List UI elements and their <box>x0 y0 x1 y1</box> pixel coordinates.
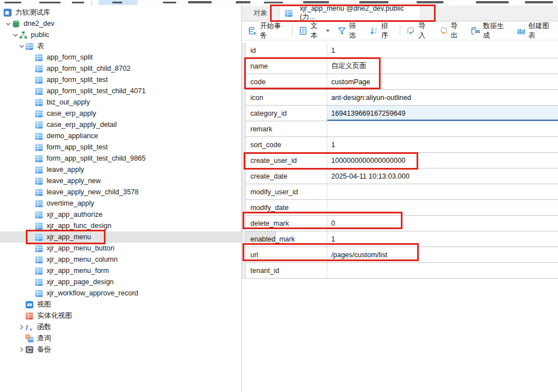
field-label: create_date <box>246 168 327 184</box>
expand-open-icon[interactable] <box>12 31 19 38</box>
field-label: category_id <box>246 106 327 121</box>
table-icon <box>35 132 43 140</box>
field-value[interactable]: /pages/custom/list <box>327 247 558 262</box>
tab-table-data[interactable]: xjr_app_menu @dne2_dev.public (力... <box>280 6 421 21</box>
tree-item-table-leave_apply_new_child_3578[interactable]: leave_apply_new_child_3578 <box>0 186 276 198</box>
tree-item-group-0[interactable]: 视图 <box>0 299 259 310</box>
tree-item-table-demo_appliance[interactable]: demo_appliance <box>0 130 276 142</box>
tree-item-group-3[interactable]: 查询 <box>0 332 259 344</box>
backup-icon <box>25 345 34 354</box>
tree-item-table-xjr_app_menu_form[interactable]: xjr_app_menu_form <box>0 265 276 276</box>
expand-closed-icon[interactable] <box>18 346 25 353</box>
field-row-url: url/pages/custom/list <box>246 247 558 263</box>
create-chart-button[interactable]: 创建图表 <box>513 24 558 38</box>
field-label: sort_code <box>246 137 327 152</box>
tree-item-table-case_erp_apply_detail[interactable]: case_erp_apply_detail <box>0 119 276 130</box>
tree-item-table-xjr_app_func_design[interactable]: xjr_app_func_design <box>0 220 276 231</box>
toolbar-fragment <box>476 1 509 3</box>
tab-objects[interactable]: 对象 <box>242 6 280 21</box>
database-icon <box>12 20 20 28</box>
field-value[interactable]: 2025-04-11 10:13:03.000 <box>327 168 558 184</box>
begin-transaction-icon <box>248 26 257 35</box>
expand-closed-icon[interactable] <box>18 323 25 330</box>
field-value[interactable] <box>327 184 558 199</box>
tree-item-group-4[interactable]: 备份 <box>0 344 259 355</box>
tab-bar: 对象 xjr_app_menu @dne2_dev.public (力... <box>242 6 558 21</box>
tree-item-label: app_form_split_test <box>47 74 108 85</box>
import-button[interactable]: 导入 <box>403 24 434 38</box>
field-value[interactable] <box>327 263 558 278</box>
tree-item-table-xjr_workflow_approve_record[interactable]: xjr_workflow_approve_record <box>0 288 276 299</box>
field-label: remark <box>246 121 327 136</box>
tree-item-table-app_form_split_test[interactable]: app_form_split_test <box>0 74 276 85</box>
field-label: url <box>246 247 327 262</box>
field-value[interactable]: 1 <box>327 231 558 247</box>
field-value[interactable]: ant-design:aliyun-outlined <box>327 90 558 105</box>
tree-item-table-app_form_split_child_8702[interactable]: app_form_split_child_8702 <box>0 63 276 74</box>
tree-item-table-overtime_apply[interactable]: overtime_apply <box>0 198 276 209</box>
field-label: id <box>246 43 327 58</box>
toolbar-separator <box>400 25 400 36</box>
tree-item-table-leave_apply_new[interactable]: leave_apply_new <box>0 175 276 186</box>
tree-item-schema[interactable]: public <box>0 29 253 40</box>
data-generation-button[interactable]: 数据生成 <box>467 24 513 38</box>
tree-item-table-xjr_app_menu_button[interactable]: xjr_app_menu_button <box>0 243 276 254</box>
postgres-icon <box>3 8 12 17</box>
tree-item-table-form_app_split_test[interactable]: form_app_split_test <box>0 142 276 153</box>
field-label: icon <box>246 90 327 105</box>
tree-item-table-form_app_split_test_child_9865[interactable]: form_app_split_test_child_9865 <box>0 153 276 164</box>
chev-spacer <box>18 335 25 341</box>
tree-item-table-xjr_app_menu[interactable]: xjr_app_menu <box>0 231 276 243</box>
field-value[interactable]: customPage <box>327 74 558 89</box>
tree-item-table-app_form_split_test_child_4071[interactable]: app_form_split_test_child_4071 <box>0 85 276 97</box>
filter-button[interactable]: 筛选 <box>333 24 365 38</box>
tree-item-table-leave_apply[interactable]: leave_apply <box>0 164 276 175</box>
field-value[interactable]: 1694139669167259649 <box>327 106 558 121</box>
field-value[interactable] <box>327 200 558 215</box>
field-row-id: id1 <box>246 43 558 58</box>
tree-item-table-xjr_app_page_design[interactable]: xjr_app_page_design <box>0 276 276 288</box>
expand-open-icon[interactable] <box>4 20 11 27</box>
tree-item-table-biz_out_apply[interactable]: biz_out_apply <box>0 97 276 108</box>
tree-item-table-app_form_split[interactable]: app_form_split <box>0 52 276 63</box>
field-value[interactable] <box>327 121 558 136</box>
toolbar-fragment <box>359 1 388 3</box>
export-button[interactable]: 导出 <box>435 24 467 38</box>
tree-item-tables-group[interactable]: 表 <box>0 40 259 52</box>
field-row-code: codecustomPage <box>246 74 558 90</box>
tree-item-database[interactable]: dne2_dev <box>0 18 246 29</box>
tree-item-table-case_erp_apply[interactable]: case_erp_apply <box>0 108 276 119</box>
database-tree: 力软测试库dne2_devpublic表app_form_splitapp_fo… <box>0 6 241 392</box>
field-value[interactable]: 自定义页面 <box>327 58 558 74</box>
bar-chart-icon <box>516 26 525 35</box>
sort-button[interactable]: 排序 <box>365 24 397 38</box>
chev-spacer <box>18 312 25 319</box>
field-value[interactable]: 1 <box>327 137 558 152</box>
tree-item-group-1[interactable]: 实体化视图 <box>0 310 259 321</box>
field-label: tenant_id <box>246 263 327 278</box>
table-icon <box>35 278 43 286</box>
tree-item-label: biz_out_apply <box>47 97 90 108</box>
tree-item-group-2[interactable]: fx函数 <box>0 321 259 332</box>
field-row-tenant_id: tenant_id <box>246 263 558 279</box>
field-value[interactable]: 1 <box>327 43 558 58</box>
import-arrow-icon <box>406 26 415 35</box>
tree-item-table-xjr_app_authorize[interactable]: xjr_app_authorize <box>0 209 276 220</box>
table-icon <box>35 76 43 84</box>
tree-item-connection[interactable]: 力软测试库 <box>0 7 245 18</box>
field-row-name: name自定义页面 <box>246 58 558 74</box>
tree-item-label: 备份 <box>37 344 51 355</box>
field-value[interactable]: 0 <box>327 216 558 231</box>
text-view-button[interactable]: 文本 <box>295 24 333 38</box>
table-icon <box>35 244 43 253</box>
expand-open-icon[interactable] <box>18 43 25 49</box>
tree-item-label: leave_apply_new_child_3578 <box>47 186 139 198</box>
materialized-view-icon <box>25 312 34 320</box>
begin-transaction-button[interactable]: 开始事务 <box>244 24 290 38</box>
text-view-label: 文本 <box>310 21 323 40</box>
field-value[interactable]: 1000000000000000000 <box>327 153 558 168</box>
tree-item-table-xjr_app_menu_column[interactable]: xjr_app_menu_column <box>0 254 276 265</box>
record-selector-strip <box>242 43 246 279</box>
field-label: name <box>246 58 327 74</box>
field-row-remark: remark <box>246 121 558 137</box>
